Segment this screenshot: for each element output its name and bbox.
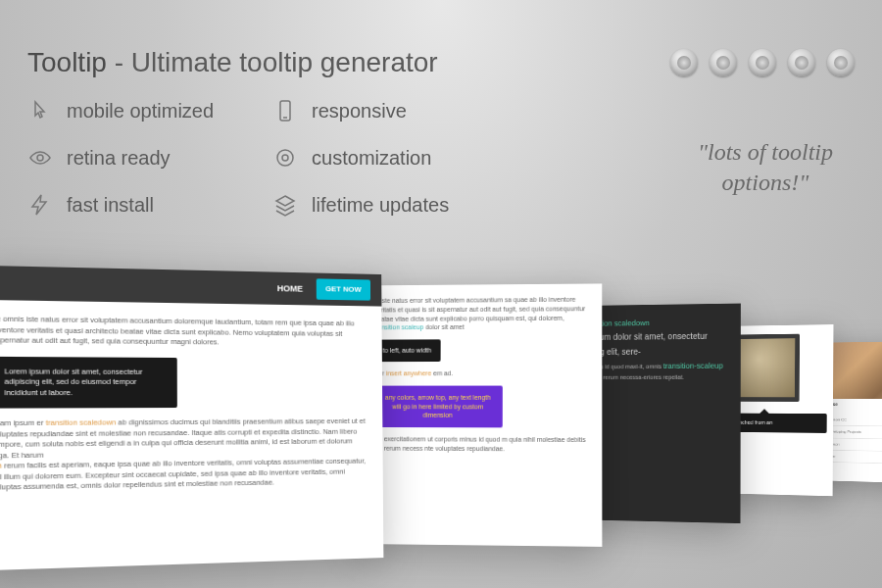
gear-icon (272, 145, 298, 171)
layers-icon (272, 192, 298, 218)
tooltip-purple: any colors, arrow top, any text length w… (373, 385, 503, 427)
feature-customization: customization (272, 145, 449, 171)
showcase-carousel: howcase a Thompson CC sory Developing Pr… (0, 260, 882, 588)
body-text: wn rerum facilis est aperiam, eaque ipsa… (0, 457, 368, 494)
eye-icon (27, 145, 53, 171)
feature-responsive: responsive (272, 98, 449, 123)
feature-mobile: mobile optimized (27, 98, 214, 123)
nav-home-link[interactable]: HOME (277, 282, 303, 295)
firefox-icon (710, 49, 737, 76)
preview-image (730, 334, 800, 402)
showcase-card-2[interactable]: is iste natus error sit voluptatem accus… (360, 283, 602, 546)
phone-icon (272, 98, 298, 123)
body-text: psam ipsum er transition scaledown ab di… (0, 416, 368, 461)
tooltip-dark: to left, auto width (373, 340, 440, 363)
page-title: Tooltip - Ultimate tooltip generator (27, 47, 438, 78)
svg-point-0 (37, 155, 43, 161)
pointer-icon (27, 98, 53, 123)
tagline-quote: "lots of tooltip options!" (698, 137, 833, 198)
safari-icon (827, 49, 855, 76)
svg-point-3 (277, 150, 293, 166)
feature-updates: lifetime updates (272, 192, 449, 218)
ie-icon (749, 49, 776, 76)
feature-list: mobile optimized retina ready fast insta… (27, 98, 449, 218)
feature-retina: retina ready (27, 145, 214, 171)
showcase-card-1[interactable]: HOME GET NOW de omnis iste natus error s… (0, 266, 383, 571)
feature-fast: fast install (27, 192, 214, 218)
opera-icon (788, 49, 815, 76)
bolt-icon (27, 192, 53, 218)
tooltip-dark: Lorem ipsum dolor sit amet, consectetur … (0, 356, 177, 408)
svg-point-4 (282, 155, 288, 161)
browser-icons (670, 49, 855, 76)
get-now-button[interactable]: GET NOW (317, 279, 371, 301)
body-text: de omnis iste natus error sit voluptatem… (0, 315, 368, 350)
chrome-icon (670, 49, 698, 76)
